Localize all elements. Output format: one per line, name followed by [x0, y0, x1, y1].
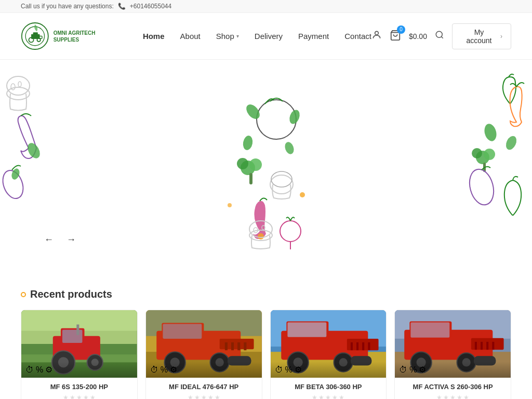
product-card-1[interactable]: ⏱ % ⚙ MF 6S 135-200 HP ★ ★ ★ ★ ★ [21, 310, 138, 399]
star-5: ★ [90, 394, 96, 399]
star-4: ★ [83, 394, 89, 399]
star-1: ★ [63, 394, 69, 399]
svg-point-28 [271, 171, 292, 187]
gear-icon-3: ⚙ [295, 365, 302, 375]
svg-point-9 [436, 31, 442, 37]
nav-contact[interactable]: Contact [344, 32, 371, 41]
call-text: Call us if you have any questions: [21, 3, 114, 10]
product-card-4[interactable]: ⏱ % ⚙ MF ACTIVA S 260-306 HP ★ ★ ★ ★ ★ [394, 310, 511, 399]
svg-rect-26 [249, 173, 252, 184]
product-card-3[interactable]: ⏱ % ⚙ MF BETA 306-360 HP ★ ★ ★ ★ ★ [270, 310, 387, 399]
hero-next-button[interactable]: → [64, 232, 78, 247]
cart-badge: 0 [397, 25, 405, 34]
hero-prev-button[interactable]: ← [42, 232, 56, 247]
svg-rect-51 [62, 330, 82, 343]
star-2: ★ [70, 394, 75, 399]
recent-products-section: Recent products [0, 278, 532, 399]
product-overlay-2: ⏱ % ⚙ [146, 362, 262, 378]
account-chevron-icon: › [500, 33, 502, 40]
svg-point-41 [472, 148, 482, 158]
nav-about[interactable]: About [180, 32, 201, 41]
product-name-2: MF IDEAL 476-647 HP [151, 383, 257, 391]
gear-icon-4: ⚙ [419, 365, 426, 375]
product-image-3: ⏱ % ⚙ [271, 310, 387, 378]
svg-point-7 [375, 31, 379, 35]
product-stars-3: ★ ★ ★ ★ ★ [276, 394, 381, 399]
hero-navigation: ← → [42, 232, 78, 247]
logo-icon [21, 22, 49, 50]
svg-rect-65 [231, 342, 234, 350]
svg-point-38 [504, 135, 518, 152]
svg-point-13 [11, 84, 15, 90]
svg-rect-83 [368, 342, 370, 350]
svg-point-25 [237, 158, 248, 169]
hero-section: ← → [0, 60, 532, 278]
svg-point-4 [29, 37, 33, 42]
gear-icon-2: ⚙ [170, 365, 177, 375]
svg-point-40 [484, 149, 495, 160]
section-title-dot [21, 292, 26, 297]
svg-point-43 [466, 166, 498, 207]
svg-point-37 [483, 123, 498, 143]
svg-rect-98 [486, 342, 488, 350]
cart-button[interactable]: 0 [390, 30, 401, 43]
user-icon[interactable] [371, 30, 382, 43]
svg-rect-80 [350, 342, 352, 350]
product-name-4: MF ACTIVA S 260-306 HP [400, 383, 506, 391]
svg-rect-64 [225, 342, 228, 350]
timer-icon-1: ⏱ [25, 365, 34, 375]
star-3: ★ [76, 394, 82, 399]
product-overlay-4: ⏱ % ⚙ [395, 362, 511, 378]
product-info-2: MF IDEAL 476-647 HP ★ ★ ★ ★ ★ [146, 378, 262, 399]
svg-point-30 [228, 203, 232, 207]
nav-shop[interactable]: Shop ▾ [216, 32, 239, 41]
hero-right-illustration [464, 70, 532, 216]
svg-rect-94 [411, 322, 450, 337]
phone-icon: 📞 [118, 3, 126, 10]
product-overlay-3: ⏱ % ⚙ [271, 362, 387, 378]
gear-icon-1: ⚙ [45, 365, 52, 375]
product-card-2[interactable]: ⏱ % ⚙ MF IDEAL 476-647 HP ★ ★ ★ ★ ★ [145, 310, 262, 399]
cart-price: $0.00 [409, 32, 427, 41]
timer-icon-4: ⏱ [399, 365, 407, 375]
product-image-2: ⏱ % ⚙ [146, 310, 262, 378]
section-title: Recent products [21, 288, 511, 300]
product-name-3: MF BETA 306-360 HP [276, 383, 381, 391]
svg-point-31 [258, 233, 264, 240]
svg-rect-63 [220, 339, 254, 349]
header: OMNI AGRITECH SUPPLIES Home About Shop ▾… [0, 13, 532, 60]
product-name-1: MF 6S 135-200 HP [26, 383, 132, 391]
shop-chevron-icon: ▾ [236, 33, 239, 39]
percent-icon-1: % [36, 365, 43, 375]
products-grid: ⏱ % ⚙ MF 6S 135-200 HP ★ ★ ★ ★ ★ [21, 310, 511, 399]
svg-point-29 [300, 192, 305, 197]
nav-payment[interactable]: Payment [298, 32, 329, 41]
nav-delivery[interactable]: Delivery [255, 32, 283, 41]
svg-point-14 [18, 82, 21, 87]
svg-point-19 [244, 102, 262, 121]
my-account-button[interactable]: My account › [452, 23, 511, 49]
svg-point-20 [288, 109, 301, 125]
svg-rect-82 [362, 342, 364, 350]
product-image-4: ⏱ % ⚙ [395, 310, 511, 378]
svg-point-22 [283, 141, 295, 155]
svg-point-36 [280, 221, 301, 242]
timer-icon-2: ⏱ [150, 365, 158, 375]
svg-rect-97 [481, 342, 483, 350]
svg-point-24 [249, 158, 262, 171]
svg-rect-96 [475, 342, 477, 350]
hero-left-illustration [0, 70, 62, 216]
svg-rect-81 [356, 342, 358, 350]
search-icon[interactable] [435, 30, 444, 42]
svg-rect-3 [33, 32, 38, 35]
percent-icon-2: % [161, 365, 168, 375]
product-stars-2: ★ ★ ★ ★ ★ [151, 394, 257, 399]
svg-rect-62 [163, 324, 202, 339]
product-info-3: MF BETA 306-360 HP ★ ★ ★ ★ ★ [271, 378, 387, 399]
logo[interactable]: OMNI AGRITECH SUPPLIES [21, 22, 122, 50]
nav-home[interactable]: Home [143, 32, 165, 41]
logo-text: OMNI AGRITECH SUPPLIES [54, 30, 122, 43]
svg-point-21 [242, 135, 254, 151]
product-stars-1: ★ ★ ★ ★ ★ [26, 394, 132, 399]
product-stars-4: ★ ★ ★ ★ ★ [400, 394, 506, 399]
